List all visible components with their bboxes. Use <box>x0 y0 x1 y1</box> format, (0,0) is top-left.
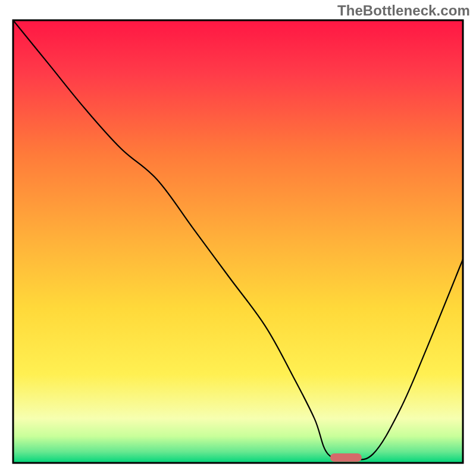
sweet-spot-marker <box>330 453 362 462</box>
chart-stage: TheBottleneck.com <box>0 0 476 476</box>
watermark-text: TheBottleneck.com <box>337 2 470 19</box>
plot-background <box>13 20 463 463</box>
chart-svg <box>0 0 476 476</box>
